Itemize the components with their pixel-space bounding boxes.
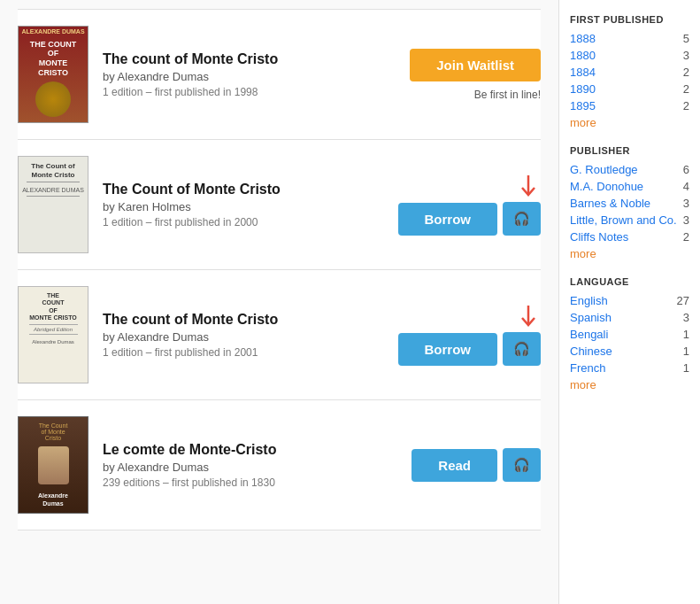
book-meta-2: 1 edition – first published in 2000	[103, 216, 389, 228]
book-actions-2: Borrow 🎧	[398, 174, 542, 236]
book-card-4: The Countof MonteCristo AlexandreDumas L…	[18, 400, 541, 530]
arrow-indicator-2	[516, 174, 541, 198]
book-cover-1: ALEXANDRE DUMAS THE COUNTOFMONTECRISTO	[18, 26, 88, 123]
cover-person-4	[38, 446, 69, 484]
sidebar-item-spanish: Spanish 3	[570, 311, 689, 324]
sidebar-link-routledge[interactable]: G. Routledge	[570, 163, 638, 176]
cover-figure-1	[35, 81, 71, 117]
sidebar-count-bengali: 1	[683, 328, 689, 341]
sidebar-link-little-brown[interactable]: Little, Brown and Co.	[570, 213, 677, 227]
book-author-4: by Alexandre Dumas	[103, 461, 390, 474]
action-buttons-2: Borrow 🎧	[398, 202, 542, 236]
cover-top-text-4: The Countof MonteCristo	[39, 422, 68, 441]
sidebar-count-routledge: 6	[683, 163, 689, 176]
sidebar-link-cliffs[interactable]: Cliffs Notes	[570, 230, 628, 244]
sidebar-count-1895: 2	[683, 99, 689, 112]
cover-top-text-1: ALEXANDRE DUMAS	[21, 28, 84, 35]
sidebar-item-1880: 1880 3	[570, 49, 689, 62]
book-author-3: by Alexandre Dumas	[103, 330, 389, 344]
sidebar-link-1890[interactable]: 1890	[570, 82, 596, 96]
audio-button-4[interactable]: 🎧	[503, 448, 541, 482]
sidebar-item-routledge: G. Routledge 6	[570, 163, 689, 176]
cover-title-text-1: THE COUNTOFMONTECRISTO	[30, 40, 77, 78]
sidebar-section-first-published: First Published 1888 5 1880 3 1884 2 189…	[570, 14, 689, 129]
book-title-4: Le comte de Monte-Cristo	[103, 442, 390, 458]
book-card-1: ALEXANDRE DUMAS THE COUNTOFMONTECRISTO T…	[18, 9, 541, 140]
sidebar-count-chinese: 1	[683, 345, 689, 358]
sidebar-link-spanish[interactable]: Spanish	[570, 311, 612, 324]
book-meta-4: 239 editions – first published in 1830	[103, 476, 390, 489]
sidebar-link-barnes[interactable]: Barnes & Noble	[570, 197, 650, 210]
sidebar-section-language: Language English 27 Spanish 3 Bengali 1 …	[570, 276, 689, 391]
sidebar-link-bengali[interactable]: Bengali	[570, 328, 608, 341]
audio-button-3[interactable]: 🎧	[503, 332, 541, 366]
sidebar-link-donohue[interactable]: M.A. Donohue	[570, 180, 643, 193]
book-card-3: THECOUNTOFMONTE CRISTO Abridged Edition …	[18, 270, 541, 400]
main-content: ALEXANDRE DUMAS THE COUNTOFMONTECRISTO T…	[0, 0, 558, 604]
sidebar-heading-language: Language	[570, 276, 689, 287]
book-cover-4: The Countof MonteCristo AlexandreDumas	[18, 416, 88, 514]
sidebar-more-first-published: more	[570, 116, 689, 129]
sidebar-item-cliffs: Cliffs Notes 2	[570, 230, 689, 244]
sidebar-count-barnes: 3	[683, 197, 689, 210]
sidebar-more-link-publisher[interactable]: more	[570, 247, 596, 260]
cover-title-text-2: The Count ofMonte Cristo	[31, 162, 74, 179]
sidebar-link-chinese[interactable]: Chinese	[570, 345, 612, 358]
sidebar-more-link-first-published[interactable]: more	[570, 116, 596, 129]
page-layout: ALEXANDRE DUMAS THE COUNTOFMONTECRISTO T…	[0, 0, 700, 604]
sidebar-more-publisher: more	[570, 247, 689, 260]
sidebar-link-1884[interactable]: 1884	[570, 66, 596, 79]
sidebar-item-1895: 1895 2	[570, 99, 689, 112]
sidebar-item-french: French 1	[570, 361, 689, 375]
sidebar-count-spanish: 3	[683, 311, 689, 324]
sidebar-heading-publisher: Publisher	[570, 145, 689, 156]
be-first-label-1: Be first in line!	[474, 89, 541, 101]
borrow-button-2[interactable]: Borrow	[398, 203, 498, 236]
sidebar-link-1895[interactable]: 1895	[570, 99, 596, 112]
book-author-1: by Alexandre Dumas	[103, 70, 390, 83]
sidebar-item-1888: 1888 5	[570, 32, 689, 45]
sidebar-link-1888[interactable]: 1888	[570, 32, 596, 45]
sidebar-count-1890: 2	[683, 82, 689, 96]
book-info-3: The count of Monte Cristo by Alexandre D…	[103, 312, 398, 359]
sidebar-count-french: 1	[683, 361, 689, 375]
sidebar-item-donohue: M.A. Donohue 4	[570, 180, 689, 193]
cover-title-text-3: THECOUNTOFMONTE CRISTO	[29, 292, 77, 322]
book-title-1: The count of Monte Cristo	[103, 51, 390, 67]
arrow-indicator-3	[516, 304, 541, 329]
book-info-1: The count of Monte Cristo by Alexandre D…	[103, 51, 399, 98]
book-info-4: Le comte de Monte-Cristo by Alexandre Du…	[103, 442, 399, 489]
cover-author-4: AlexandreDumas	[38, 492, 68, 507]
audio-button-2[interactable]: 🎧	[503, 202, 541, 236]
sidebar-section-publisher: Publisher G. Routledge 6 M.A. Donohue 4 …	[570, 145, 689, 260]
sidebar-count-1884: 2	[683, 66, 689, 79]
sidebar-item-1890: 1890 2	[570, 82, 689, 96]
book-cover-2: The Count ofMonte Cristo ALEXANDRE DUMAS	[18, 156, 88, 253]
sidebar-more-language: more	[570, 378, 689, 391]
sidebar: First Published 1888 5 1880 3 1884 2 189…	[558, 0, 700, 604]
sidebar-item-little-brown: Little, Brown and Co. 3	[570, 213, 689, 227]
sidebar-heading-first-published: First Published	[570, 14, 689, 25]
sidebar-item-1884: 1884 2	[570, 66, 689, 79]
book-actions-3: Borrow 🎧	[398, 304, 542, 366]
book-actions-4: Read 🎧	[399, 448, 541, 482]
sidebar-item-bengali: Bengali 1	[570, 328, 689, 341]
cover-line2-3	[29, 334, 78, 335]
read-button-4[interactable]: Read	[412, 449, 497, 482]
sidebar-link-french[interactable]: French	[570, 361, 605, 375]
join-waitlist-button-1[interactable]: Join Waitlist	[410, 49, 541, 81]
cover-sub-3: Abridged Edition	[34, 327, 73, 332]
borrow-button-3[interactable]: Borrow	[398, 333, 498, 366]
sidebar-more-link-language[interactable]: more	[570, 378, 596, 391]
sidebar-count-english: 27	[677, 294, 689, 307]
book-info-2: The Count of Monte Cristo by Karen Holme…	[103, 182, 398, 228]
cover-body-3: Alexandre Dumas	[32, 339, 74, 345]
sidebar-link-1880[interactable]: 1880	[570, 49, 596, 62]
cover-line-3	[29, 324, 78, 325]
sidebar-link-english[interactable]: English	[570, 294, 608, 307]
book-title-2: The Count of Monte Cristo	[103, 182, 389, 197]
book-meta-1: 1 edition – first published in 1998	[103, 86, 390, 98]
sidebar-item-chinese: Chinese 1	[570, 345, 689, 358]
sidebar-count-1880: 3	[683, 49, 689, 62]
book-actions-1: Join Waitlist Be first in line!	[399, 49, 541, 101]
